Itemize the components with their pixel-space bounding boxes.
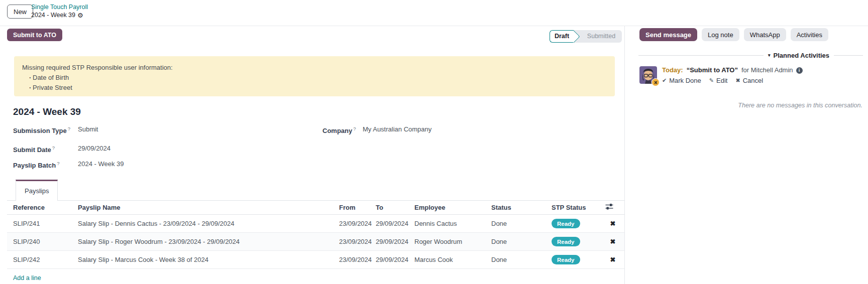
help-marker: ? xyxy=(353,126,356,131)
submit-to-ato-button[interactable]: Submit to ATO xyxy=(7,29,62,41)
payslip-batch-value[interactable]: 2024 - Week 39 xyxy=(78,160,124,168)
cell-status: Done xyxy=(491,251,552,269)
divider-line xyxy=(638,55,764,56)
cell-employee: Marcus Cook xyxy=(414,251,491,269)
col-header-status[interactable]: Status xyxy=(491,201,552,215)
planned-activities-toggle[interactable]: ▾ Planned Activities xyxy=(768,52,829,59)
statusbar: Draft Submitted xyxy=(550,30,622,43)
chatter-panel: Send message Log note WhatsApp Activitie… xyxy=(624,26,868,284)
help-marker: ? xyxy=(68,126,70,131)
optional-columns-icon[interactable] xyxy=(605,203,613,210)
activity-assignee: for Mitchell Admin xyxy=(741,66,793,74)
warning-item: Private Street xyxy=(22,83,606,92)
cell-reference: SLIP/242 xyxy=(7,251,78,269)
chevron-down-icon: ▾ xyxy=(768,53,771,58)
cancel-label: Cancel xyxy=(743,77,763,84)
breadcrumb-parent-link[interactable]: Single Touch Payroll xyxy=(31,4,88,12)
send-message-button[interactable]: Send message xyxy=(639,28,697,41)
cell-from: 23/09/2024 xyxy=(339,215,376,233)
activity-due-label: Today: xyxy=(662,66,683,74)
cell-to: 29/09/2024 xyxy=(376,233,414,251)
statusbar-step-submitted[interactable]: Submitted xyxy=(581,30,622,43)
gear-icon[interactable]: ⚙ xyxy=(77,12,83,19)
cell-employee: Roger Woodrum xyxy=(414,233,491,251)
log-note-button[interactable]: Log note xyxy=(702,28,739,41)
breadcrumb: Single Touch Payroll 2024 - Week 39 ⚙ xyxy=(31,4,88,19)
delete-row-icon[interactable]: ✖ xyxy=(610,256,616,263)
help-marker: ? xyxy=(52,145,55,151)
statusbar-draft-label: Draft xyxy=(550,31,574,42)
help-marker: ? xyxy=(57,161,59,166)
add-line-row: Add a line xyxy=(7,269,624,284)
col-header-payslip-name[interactable]: Payslip Name xyxy=(78,201,339,215)
table-row[interactable]: SLIP/240 Salary Slip - Roger Woodrum - 2… xyxy=(7,233,624,251)
info-icon[interactable]: i xyxy=(796,67,803,74)
delete-row-icon[interactable]: ✖ xyxy=(610,220,616,227)
edit-activity-button[interactable]: ✎ Edit xyxy=(709,77,728,84)
warning-alert: Missing required STP Responsible user in… xyxy=(14,56,615,96)
delete-row-icon[interactable]: ✖ xyxy=(610,238,616,245)
cell-status: Done xyxy=(491,233,552,251)
cancel-activity-button[interactable]: ✖ Cancel xyxy=(735,77,763,84)
status-badge: Ready xyxy=(552,219,580,228)
no-messages-text: There are no messages in this conversati… xyxy=(738,102,862,109)
status-badge: Ready xyxy=(552,255,580,264)
statusbar-step-draft[interactable]: Draft xyxy=(550,30,574,43)
company-label: Company? xyxy=(322,125,356,135)
warning-item: Date of Birth xyxy=(22,73,606,82)
add-a-line-link[interactable]: Add a line xyxy=(13,274,41,281)
submit-date-label: Submit Date? xyxy=(13,144,55,154)
col-header-from[interactable]: From xyxy=(339,201,376,215)
cell-reference: SLIP/240 xyxy=(7,233,78,251)
col-header-stp-status[interactable]: STP Status xyxy=(552,201,605,215)
page-title: 2024 - Week 39 xyxy=(13,106,81,117)
submission-type-value[interactable]: Submit xyxy=(78,125,98,133)
cell-reference: SLIP/241 xyxy=(7,215,78,233)
cell-employee: Dennis Cactus xyxy=(414,215,491,233)
col-header-employee[interactable]: Employee xyxy=(414,201,491,215)
pencil-icon: ✎ xyxy=(709,77,714,84)
cell-status: Done xyxy=(491,215,552,233)
company-value[interactable]: My Australian Company xyxy=(363,125,431,133)
cell-payslip-name: Salary Slip - Marcus Cook - Week 38 of 2… xyxy=(78,251,339,269)
mark-done-label: Mark Done xyxy=(669,77,701,84)
mark-done-button[interactable]: ✔ Mark Done xyxy=(662,77,701,84)
table-row[interactable]: SLIP/242 Salary Slip - Marcus Cook - Wee… xyxy=(7,251,624,269)
col-header-to[interactable]: To xyxy=(376,201,414,215)
tab-payslips[interactable]: Payslips xyxy=(16,180,58,201)
cell-from: 23/09/2024 xyxy=(339,233,376,251)
submission-type-label: Submission Type? xyxy=(13,125,70,135)
activity-type-badge-icon xyxy=(652,78,660,86)
planned-activities-header: ▾ Planned Activities xyxy=(638,52,863,59)
payslips-table: Reference Payslip Name From To Employee … xyxy=(7,201,624,284)
chatter-buttons: Send message Log note WhatsApp Activitie… xyxy=(639,28,828,41)
cell-from: 23/09/2024 xyxy=(339,251,376,269)
activity-item: Today: “Submit to ATO” for Mitchell Admi… xyxy=(639,66,864,84)
edit-label: Edit xyxy=(716,77,727,84)
top-bar: New Single Touch Payroll 2024 - Week 39 … xyxy=(0,0,868,26)
new-button[interactable]: New xyxy=(7,5,33,19)
avatar xyxy=(639,66,657,84)
cell-to: 29/09/2024 xyxy=(376,251,414,269)
breadcrumb-current: 2024 - Week 39 xyxy=(31,12,75,20)
col-header-reference[interactable]: Reference xyxy=(7,201,78,215)
status-badge: Ready xyxy=(552,237,580,246)
activity-summary: “Submit to ATO” xyxy=(687,66,738,74)
divider-line xyxy=(834,55,863,56)
cell-payslip-name: Salary Slip - Roger Woodrum - 23/09/2024… xyxy=(78,233,339,251)
activities-button[interactable]: Activities xyxy=(791,28,828,41)
table-header-row: Reference Payslip Name From To Employee … xyxy=(7,201,624,215)
close-icon: ✖ xyxy=(735,77,740,84)
planned-activities-title: Planned Activities xyxy=(774,52,830,59)
payslip-batch-label: Payslip Batch? xyxy=(13,160,60,170)
warning-title: Missing required STP Responsible user in… xyxy=(22,63,606,72)
cell-payslip-name: Salary Slip - Dennis Cactus - 23/09/2024… xyxy=(78,215,339,233)
cell-to: 29/09/2024 xyxy=(376,215,414,233)
submit-date-value[interactable]: 29/09/2024 xyxy=(78,145,111,153)
table-row[interactable]: SLIP/241 Salary Slip - Dennis Cactus - 2… xyxy=(7,215,624,233)
whatsapp-button[interactable]: WhatsApp xyxy=(744,28,786,41)
check-icon: ✔ xyxy=(662,77,667,84)
notebook-tabs: Payslips xyxy=(7,180,624,201)
